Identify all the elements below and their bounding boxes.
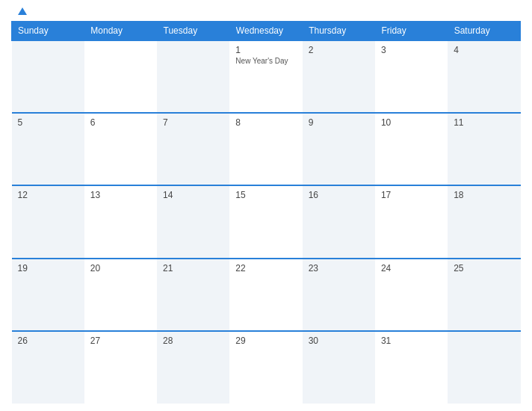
day-number: 28	[163, 336, 223, 346]
day-number: 22	[235, 263, 296, 274]
calendar-cell: 4	[448, 40, 520, 113]
calendar-cell: 26	[12, 331, 84, 404]
day-number: 11	[454, 117, 514, 128]
calendar-cell	[12, 40, 84, 113]
day-number: 27	[90, 336, 151, 346]
day-number: 26	[18, 336, 78, 346]
calendar-cell: 24	[375, 259, 448, 331]
day-number: 23	[309, 263, 369, 274]
day-number: 16	[309, 190, 369, 200]
weekday-header-tuesday: Tuesday	[157, 22, 229, 41]
weekday-header-thursday: Thursday	[303, 22, 375, 41]
day-number: 30	[309, 336, 369, 346]
calendar-cell	[84, 40, 157, 113]
logo	[15, 7, 27, 15]
day-number: 17	[381, 190, 442, 200]
calendar-cell: 14	[157, 185, 229, 258]
week-row-5: 262728293031	[12, 331, 521, 404]
weekday-header-sunday: Sunday	[12, 22, 84, 41]
day-number: 15	[235, 190, 296, 200]
calendar-cell: 2	[303, 40, 375, 113]
weekday-header-monday: Monday	[84, 22, 157, 41]
week-row-2: 567891011	[12, 113, 521, 185]
weekday-header-friday: Friday	[375, 22, 448, 41]
weekday-header-saturday: Saturday	[448, 22, 520, 41]
calendar-cell: 22	[229, 259, 302, 331]
calendar-cell: 25	[448, 259, 520, 331]
calendar-cell: 8	[229, 113, 302, 185]
day-number: 21	[163, 263, 223, 274]
calendar-cell: 31	[375, 331, 448, 404]
weekday-header-row: SundayMondayTuesdayWednesdayThursdayFrid…	[12, 22, 521, 41]
day-number: 14	[163, 190, 223, 200]
week-row-1: 1New Year's Day234	[12, 40, 521, 113]
calendar-cell: 27	[84, 331, 157, 404]
day-number: 24	[381, 263, 442, 274]
day-number: 3	[381, 45, 442, 55]
calendar-cell: 16	[303, 185, 375, 258]
calendar-header	[11, 7, 521, 15]
calendar-cell: 23	[303, 259, 375, 331]
day-number: 4	[454, 45, 514, 55]
weekday-header-wednesday: Wednesday	[229, 22, 302, 41]
day-number: 1	[235, 45, 296, 55]
calendar-cell	[157, 40, 229, 113]
calendar-cell: 3	[375, 40, 448, 113]
calendar-container: SundayMondayTuesdayWednesdayThursdayFrid…	[0, 0, 532, 411]
week-row-3: 12131415161718	[12, 185, 521, 258]
calendar-cell: 6	[84, 113, 157, 185]
calendar-cell: 17	[375, 185, 448, 258]
calendar-cell: 5	[12, 113, 84, 185]
day-number: 31	[381, 336, 442, 346]
holiday-label: New Year's Day	[235, 57, 296, 65]
calendar-cell: 1New Year's Day	[229, 40, 302, 113]
day-number: 2	[309, 45, 369, 55]
calendar-cell: 18	[448, 185, 520, 258]
day-number: 5	[18, 117, 78, 128]
calendar-cell: 7	[157, 113, 229, 185]
day-number: 9	[309, 117, 369, 128]
calendar-cell: 9	[303, 113, 375, 185]
day-number: 25	[454, 263, 514, 274]
day-number: 20	[90, 263, 151, 274]
calendar-cell: 11	[448, 113, 520, 185]
calendar-cell: 15	[229, 185, 302, 258]
week-row-4: 19202122232425	[12, 259, 521, 331]
calendar-cell: 10	[375, 113, 448, 185]
calendar-cell: 28	[157, 331, 229, 404]
logo-triangle-icon	[18, 7, 27, 15]
day-number: 10	[381, 117, 442, 128]
day-number: 29	[235, 336, 296, 346]
day-number: 19	[18, 263, 78, 274]
calendar-cell: 30	[303, 331, 375, 404]
calendar-cell: 19	[12, 259, 84, 331]
calendar-cell: 12	[12, 185, 84, 258]
calendar-cell: 29	[229, 331, 302, 404]
calendar-cell	[448, 331, 520, 404]
day-number: 7	[163, 117, 223, 128]
calendar-table: SundayMondayTuesdayWednesdayThursdayFrid…	[11, 21, 521, 404]
day-number: 8	[235, 117, 296, 128]
day-number: 18	[454, 190, 514, 200]
calendar-cell: 21	[157, 259, 229, 331]
day-number: 13	[90, 190, 151, 200]
day-number: 6	[90, 117, 151, 128]
day-number: 12	[18, 190, 78, 200]
calendar-cell: 20	[84, 259, 157, 331]
calendar-cell: 13	[84, 185, 157, 258]
